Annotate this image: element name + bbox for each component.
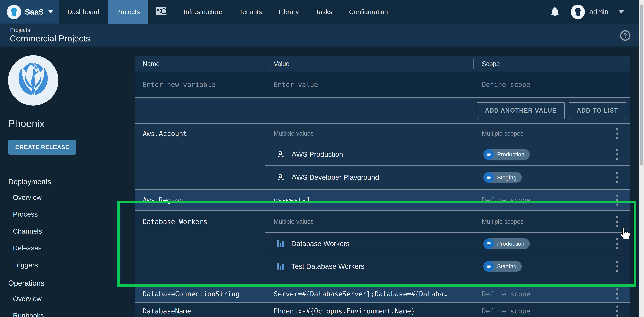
nav-item-configuration[interactable]: Configuration xyxy=(340,0,396,24)
chevron-down-icon xyxy=(48,10,53,13)
variable-value: Phoenix-#{Octopus.Environment.Name} xyxy=(274,307,415,315)
scope-chip[interactable]: Staging xyxy=(483,261,522,272)
environment-icon xyxy=(483,238,494,249)
value-label: AWS Developer Playground xyxy=(292,173,379,181)
new-variable-name-input[interactable]: Enter new variable xyxy=(143,81,215,88)
svg-text:a: a xyxy=(278,149,282,157)
row-menu-button[interactable] xyxy=(615,193,620,207)
scope-chip[interactable]: Production xyxy=(483,149,530,160)
nav-item-dashboard[interactable]: Dashboard xyxy=(59,0,108,24)
nav-item-tenants[interactable]: Tenants xyxy=(230,0,270,24)
aws-icon: a xyxy=(276,172,286,183)
nav-item-tasks[interactable]: Tasks xyxy=(307,0,340,24)
variable-scope-summary: Multiple scopes xyxy=(482,130,524,137)
scrollbar-thumb[interactable] xyxy=(640,4,643,166)
search-doc-icon xyxy=(155,5,168,18)
svg-text:a: a xyxy=(278,172,282,180)
breadcrumb-bar: Projects Commercial Projects ? xyxy=(0,24,644,47)
variable-scope-summary: Multiple scopes xyxy=(482,218,524,225)
environment-icon xyxy=(483,261,494,272)
username-label: admin xyxy=(589,8,608,16)
variable-row[interactable]: DatabaseNamePhoenix-#{Octopus.Environmen… xyxy=(134,303,630,317)
value-label: AWS Production xyxy=(292,150,343,158)
new-variable-scope-input[interactable]: Define scope xyxy=(482,81,530,88)
sidebar-item-overview[interactable]: Overview xyxy=(8,189,128,206)
sidebar-section-deployments: Deployments xyxy=(8,178,128,186)
environment-icon xyxy=(483,149,494,160)
variable-value: Server=#{DatabaseServer};Database=#{Data… xyxy=(274,290,448,298)
scope-chip[interactable]: Production xyxy=(483,238,530,249)
nav-item-infrastructure[interactable]: Infrastructure xyxy=(176,0,231,24)
variable-scope[interactable]: Define scope xyxy=(482,307,530,315)
variable-name: DatabaseConnectionString xyxy=(143,290,240,298)
nav-item-projects[interactable]: Projects xyxy=(108,0,148,24)
row-menu-button[interactable] xyxy=(615,287,620,301)
row-menu-button[interactable] xyxy=(615,237,620,251)
page-scrollbar[interactable] xyxy=(639,0,644,317)
variable-value-summary: Multiple values xyxy=(274,218,314,225)
row-menu-button[interactable] xyxy=(615,147,620,161)
phoenix-project-logo xyxy=(8,55,58,106)
variable-name: Aws.Region xyxy=(143,196,183,204)
worker-pool-icon xyxy=(276,239,285,249)
space-name: SaaS xyxy=(25,7,44,16)
new-variable-value-input[interactable]: Enter value xyxy=(274,81,318,88)
variable-value-summary: Multiple values xyxy=(274,130,314,137)
variable-value-row[interactable]: Database WorkersProduction xyxy=(134,233,630,255)
help-icon[interactable]: ? xyxy=(620,30,630,41)
row-menu-button[interactable] xyxy=(615,259,620,273)
column-header-name: Name xyxy=(134,56,265,72)
page-title: Commercial Projects xyxy=(10,33,90,43)
variable-name: Aws.Account xyxy=(143,130,187,137)
sidebar-item-releases[interactable]: Releases xyxy=(8,240,128,257)
space-switcher[interactable]: SaaS xyxy=(0,0,59,24)
variable-name: Database Workers xyxy=(143,218,207,226)
create-release-button[interactable]: CREATE RELEASE xyxy=(8,140,76,155)
project-sidebar: Phoenix CREATE RELEASE DeploymentsOvervi… xyxy=(0,47,134,317)
sidebar-item-process[interactable]: Process xyxy=(8,206,128,223)
sidebar-item-channels[interactable]: Channels xyxy=(8,223,128,240)
notifications-bell-icon[interactable] xyxy=(550,6,560,18)
octopus-logo-icon xyxy=(7,5,21,19)
nav-items: DashboardProjects xyxy=(59,0,148,24)
variable-scope[interactable]: Define scope xyxy=(482,290,530,298)
column-header-scope: Scope xyxy=(473,56,630,72)
sidebar-item-triggers[interactable]: Triggers xyxy=(8,257,128,274)
variables-table: NameValueScope Enter new variable Enter … xyxy=(134,56,630,317)
scope-chip-label: Production xyxy=(494,240,530,247)
scope-chip-label: Production xyxy=(494,151,530,158)
variable-row[interactable]: Aws.Regionus-west-1Define scope xyxy=(134,190,630,210)
variable-value-row[interactable]: aAWS ProductionProduction xyxy=(134,143,630,165)
user-avatar xyxy=(571,4,585,19)
search-nav-button[interactable] xyxy=(148,0,176,24)
chevron-down-icon xyxy=(618,10,624,13)
row-menu-button[interactable] xyxy=(615,215,620,229)
scope-chip[interactable]: Staging xyxy=(483,172,522,183)
row-menu-button[interactable] xyxy=(615,304,620,317)
sidebar-item-runbooks[interactable]: Runbooks xyxy=(8,307,128,317)
aws-icon: a xyxy=(276,149,286,160)
variable-row[interactable]: Database WorkersMultiple valuesMultiple … xyxy=(134,211,630,285)
column-header-value: Value xyxy=(265,56,473,72)
row-menu-button[interactable] xyxy=(615,171,620,184)
breadcrumb[interactable]: Projects xyxy=(10,27,30,33)
add-another-value-button[interactable]: ADD ANOTHER VALUE xyxy=(477,102,565,119)
user-menu[interactable]: admin xyxy=(571,4,624,19)
variable-value-row[interactable]: Test Database WorkersStaging xyxy=(134,255,630,278)
value-label: Test Database Workers xyxy=(291,262,364,271)
scope-chip-label: Staging xyxy=(494,263,522,270)
variable-scope[interactable]: Define scope xyxy=(482,196,530,204)
value-label: Database Workers xyxy=(291,240,350,248)
sidebar-item-overview[interactable]: Overview xyxy=(8,290,128,307)
table-header: NameValueScope xyxy=(134,56,630,72)
nav-item-library[interactable]: Library xyxy=(270,0,307,24)
add-to-list-button[interactable]: ADD TO LIST xyxy=(568,102,626,119)
variable-row[interactable]: DatabaseConnectionStringServer=#{Databas… xyxy=(134,285,630,303)
row-menu-button[interactable] xyxy=(615,127,620,141)
variable-value-row[interactable]: aAWS Developer PlaygroundStaging xyxy=(134,166,630,189)
sidebar-section-operations: Operations xyxy=(8,279,128,287)
variable-name: DatabaseName xyxy=(143,307,191,315)
variable-row[interactable]: Aws.AccountMultiple valuesMultiple scope… xyxy=(134,124,630,189)
environment-icon xyxy=(483,172,494,183)
new-variable-row: Enter new variable Enter value Define sc… xyxy=(134,72,630,97)
